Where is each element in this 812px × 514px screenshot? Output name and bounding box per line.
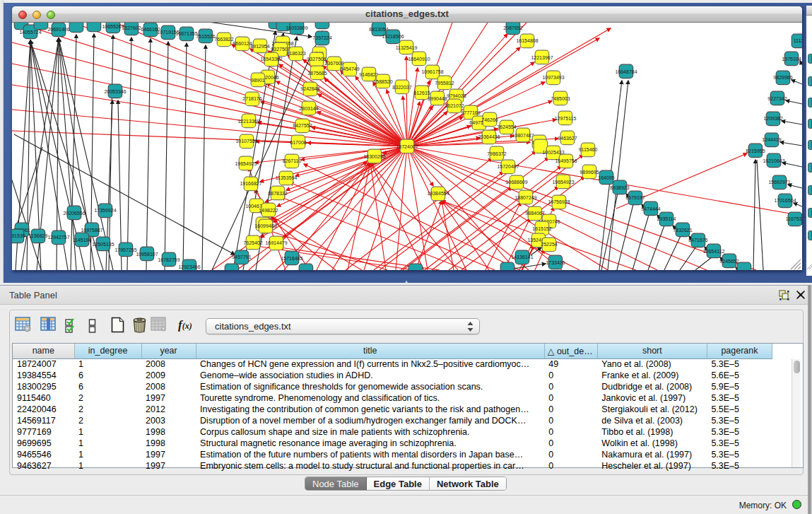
svg-text:9794028: 9794028 <box>447 93 466 98</box>
svg-text:16543362: 16543362 <box>260 57 282 62</box>
svg-text:16154808: 16154808 <box>516 38 538 43</box>
svg-text:1167531: 1167531 <box>786 216 802 221</box>
svg-text:10975887: 10975887 <box>81 228 102 233</box>
svg-text:18807249: 18807249 <box>514 195 536 200</box>
svg-text:8878332: 8878332 <box>268 191 287 196</box>
svg-text:1156829: 1156829 <box>29 233 48 238</box>
svg-text:812615: 812615 <box>413 90 430 95</box>
svg-text:10973493: 10973493 <box>542 75 564 80</box>
svg-text:19218506: 19218506 <box>382 34 404 39</box>
svg-text:2367608: 2367608 <box>324 61 343 66</box>
svg-text:9327506: 9327506 <box>307 57 326 62</box>
svg-text:391539: 391539 <box>12 233 25 238</box>
svg-text:9899695: 9899695 <box>579 170 599 175</box>
svg-text:746266: 746266 <box>481 117 498 122</box>
svg-text:20206556: 20206556 <box>63 211 85 216</box>
svg-text:10107553: 10107553 <box>235 139 257 144</box>
svg-text:20053346: 20053346 <box>104 89 126 94</box>
svg-text:12213369: 12213369 <box>237 119 259 124</box>
svg-text:7832621: 7832621 <box>673 228 692 233</box>
svg-text:8427552: 8427552 <box>293 123 312 128</box>
svg-text:16099489: 16099489 <box>254 223 276 228</box>
svg-text:11353594: 11353594 <box>276 175 298 180</box>
svg-text:17016504: 17016504 <box>774 198 796 203</box>
svg-text:7357224: 7357224 <box>312 35 331 40</box>
svg-text:8912954: 8912954 <box>250 44 269 49</box>
svg-text:18640910: 18640910 <box>408 57 430 62</box>
svg-text:9242848: 9242848 <box>300 86 319 91</box>
svg-text:7515526: 7515526 <box>196 34 215 39</box>
svg-text:2718176: 2718176 <box>242 96 261 101</box>
svg-text:12923466: 12923466 <box>178 264 200 269</box>
svg-text:3624554: 3624554 <box>497 124 516 129</box>
svg-text:10807487: 10807487 <box>512 133 534 138</box>
svg-text:9463627: 9463627 <box>558 136 577 141</box>
svg-text:7485003: 7485003 <box>551 96 570 101</box>
svg-text:2087652: 2087652 <box>503 25 522 30</box>
svg-text:15720407: 15720407 <box>497 164 519 169</box>
svg-text:9884067: 9884067 <box>525 211 544 216</box>
svg-text:10655267: 10655267 <box>102 24 124 29</box>
svg-text:16210643: 16210643 <box>763 158 784 163</box>
svg-text:9474444: 9474444 <box>641 206 660 211</box>
svg-text:14136141: 14136141 <box>511 255 533 259</box>
svg-text:8267110: 8267110 <box>283 158 302 163</box>
svg-text:16671355: 16671355 <box>175 31 197 36</box>
svg-text:16782759: 16782759 <box>158 257 180 262</box>
svg-text:3875685: 3875685 <box>307 71 326 76</box>
svg-text:98901: 98901 <box>251 78 265 83</box>
svg-text:8215955: 8215955 <box>746 148 765 153</box>
svg-text:1244419: 1244419 <box>762 137 781 142</box>
svg-text:1575104: 1575104 <box>782 57 801 62</box>
svg-text:7986372: 7986372 <box>487 151 506 156</box>
svg-text:15716485: 15716485 <box>281 256 302 261</box>
svg-text:16033809: 16033809 <box>286 25 307 30</box>
svg-text:9777169: 9777169 <box>461 110 480 115</box>
svg-text:1615152: 1615152 <box>532 226 551 231</box>
svg-text:1588520: 1588520 <box>373 79 392 84</box>
svg-text:16495756: 16495756 <box>555 158 577 163</box>
svg-text:10958107: 10958107 <box>136 252 158 257</box>
svg-text:9245652: 9245652 <box>719 259 739 264</box>
svg-text:164095: 164095 <box>598 175 614 180</box>
svg-text:12975115: 12975115 <box>555 116 577 121</box>
svg-text:8471676: 8471676 <box>688 238 707 243</box>
svg-text:20691406: 20691406 <box>47 27 69 32</box>
svg-text:1527602: 1527602 <box>122 25 141 30</box>
svg-text:16648784: 16648784 <box>615 69 637 74</box>
svg-text:12213967: 12213967 <box>531 55 553 60</box>
svg-text:9115460: 9115460 <box>579 147 598 152</box>
svg-text:8990448: 8990448 <box>428 96 447 101</box>
svg-text:17359924: 17359924 <box>94 208 116 213</box>
svg-text:7625402: 7625402 <box>243 240 262 245</box>
svg-text:1209382: 1209382 <box>763 116 782 121</box>
svg-text:8186323: 8186323 <box>286 51 305 56</box>
svg-text:19384554: 19384554 <box>427 191 449 196</box>
svg-text:19654925: 19654925 <box>235 161 257 166</box>
svg-text:7955812: 7955812 <box>435 81 454 86</box>
svg-text:12505135: 12505135 <box>92 242 114 247</box>
svg-text:19654923: 19654923 <box>552 180 574 185</box>
svg-text:11325419: 11325419 <box>396 45 418 50</box>
svg-text:1145194: 1145194 <box>73 238 92 243</box>
svg-text:20364436: 20364436 <box>478 134 500 139</box>
svg-text:8813054: 8813054 <box>369 27 388 32</box>
svg-text:1112: 1112 <box>794 38 802 43</box>
svg-text:9457791: 9457791 <box>232 255 251 259</box>
svg-text:9829966: 9829966 <box>773 75 792 80</box>
svg-text:1498222: 1498222 <box>259 208 278 213</box>
svg-text:9146821: 9146821 <box>359 72 378 77</box>
svg-text:15692971: 15692971 <box>768 180 790 185</box>
svg-text:9227342: 9227342 <box>767 96 787 101</box>
svg-text:617006: 617006 <box>290 140 306 145</box>
svg-text:252254: 252254 <box>541 242 557 247</box>
svg-text:12942757: 12942757 <box>47 235 69 240</box>
svg-text:8660124: 8660124 <box>233 41 252 46</box>
svg-text:1621072: 1621072 <box>445 103 464 108</box>
svg-text:10654112: 10654112 <box>703 249 725 254</box>
svg-text:17957255: 17957255 <box>114 247 136 252</box>
svg-text:7663822: 7663822 <box>214 37 233 42</box>
svg-text:2935114: 2935114 <box>657 216 676 221</box>
svg-text:18300295: 18300295 <box>363 154 385 159</box>
svg-text:2803144: 2803144 <box>299 106 318 111</box>
